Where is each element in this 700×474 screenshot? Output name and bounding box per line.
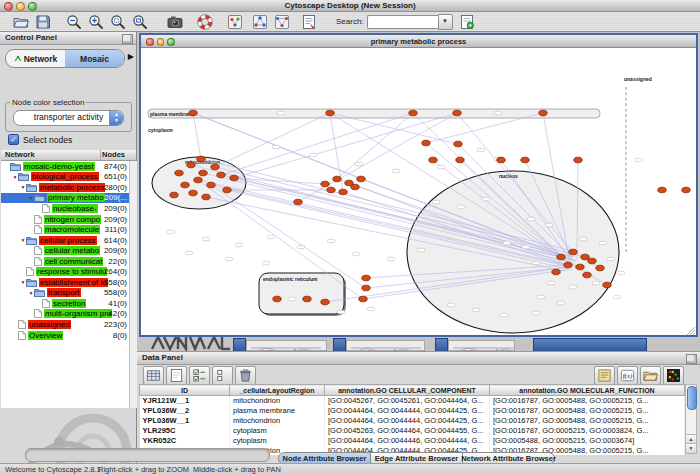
tab-network[interactable]: Network bbox=[6, 50, 65, 67]
graph-node[interactable] bbox=[574, 157, 582, 163]
background-window-thumbnail[interactable] bbox=[346, 340, 425, 351]
snapshot-icon[interactable] bbox=[166, 13, 184, 31]
dropdown-stepper-icon[interactable]: ▲▼ bbox=[109, 111, 123, 125]
select-nodes-checkbox[interactable]: ✓ bbox=[8, 134, 19, 145]
background-window-titlebar-fragment[interactable] bbox=[435, 338, 448, 352]
tree-row-nitrogen-compo[interactable]: nitrogen compo209(0) bbox=[1, 214, 129, 225]
tree-row-secretion[interactable]: secretion41(0) bbox=[1, 298, 129, 309]
graph-node[interactable] bbox=[175, 170, 183, 176]
graph-node[interactable] bbox=[454, 141, 462, 147]
graph-node[interactable] bbox=[357, 176, 365, 182]
graph-node[interactable] bbox=[170, 192, 178, 198]
graph-node[interactable] bbox=[453, 110, 461, 116]
tree-row-macromolecule[interactable]: macromolecule311(0) bbox=[1, 224, 129, 235]
view-minimize-button[interactable] bbox=[157, 38, 165, 46]
graph-node[interactable] bbox=[223, 187, 231, 193]
graph-node[interactable] bbox=[207, 182, 215, 188]
background-window-thumbnail[interactable] bbox=[246, 340, 327, 351]
tree-row-cellular-process[interactable]: ▼cellular process614(0) bbox=[1, 235, 129, 246]
graph-node[interactable] bbox=[321, 181, 329, 187]
network-canvas[interactable]: plasma membranemitochondrionnucleusendop… bbox=[141, 47, 696, 335]
tree-row-multi-organism-pro[interactable]: multi-organism pro42(0) bbox=[1, 309, 129, 320]
tree-row-establishment-of-lo[interactable]: ▼establishment of lo558(0) bbox=[1, 277, 129, 288]
background-window-titlebar-fragment[interactable] bbox=[533, 338, 647, 352]
graph-node[interactable] bbox=[326, 110, 334, 116]
save-icon[interactable] bbox=[34, 13, 52, 31]
tree-row-biological-process[interactable]: ▼biological_process651(0) bbox=[1, 172, 129, 183]
background-window-titlebar-fragment[interactable] bbox=[333, 338, 346, 352]
table-row[interactable]: YPL036W__2plasma membrane[GO:0044464, GO… bbox=[140, 406, 685, 416]
unchecked-list-icon[interactable] bbox=[212, 366, 233, 385]
checked-list-icon[interactable] bbox=[189, 366, 210, 385]
tree-scrollbar[interactable] bbox=[129, 161, 137, 408]
column-header[interactable]: ID bbox=[140, 385, 230, 396]
plugin-icon[interactable] bbox=[458, 13, 476, 31]
graph-node[interactable] bbox=[197, 156, 205, 162]
graph-node[interactable] bbox=[603, 282, 611, 288]
resize-grip-icon[interactable] bbox=[687, 327, 695, 335]
graph-node[interactable] bbox=[581, 254, 589, 260]
graph-node[interactable] bbox=[521, 157, 529, 163]
delete-attribute-icon[interactable] bbox=[235, 366, 256, 385]
tree-row-cellular-metabo[interactable]: cellular metabo209(0) bbox=[1, 245, 129, 256]
attribute-editor-icon[interactable] bbox=[594, 366, 615, 385]
graph-node[interactable] bbox=[303, 296, 311, 302]
column-header[interactable]: annotation.GO CELLULAR_COMPONENT bbox=[325, 385, 490, 396]
import-attributes-icon[interactable] bbox=[640, 366, 661, 385]
table-row[interactable]: YKR052Ccytoplasm[GO:0044464, GO:0044446,… bbox=[140, 436, 685, 446]
tree-row-response-to-stimulu[interactable]: response to stimulu264(0) bbox=[1, 266, 129, 277]
background-window-titlebar-fragment[interactable] bbox=[233, 338, 246, 352]
graph-node[interactable] bbox=[362, 275, 370, 281]
graph-node[interactable] bbox=[583, 272, 591, 278]
graph-node[interactable] bbox=[422, 140, 430, 146]
graph-node[interactable] bbox=[359, 296, 367, 302]
open-file-icon[interactable] bbox=[12, 13, 30, 31]
graph-node[interactable] bbox=[682, 187, 690, 193]
apply-layout-icon[interactable] bbox=[251, 13, 269, 31]
graph-node[interactable] bbox=[539, 110, 547, 116]
table-row[interactable]: YPL036W__1mitochondrion[GO:0044464, GO:0… bbox=[140, 416, 685, 426]
close-button[interactable] bbox=[4, 2, 13, 11]
graph-node[interactable] bbox=[327, 187, 335, 193]
tab-mosaic[interactable]: Mosaic bbox=[65, 50, 124, 67]
float-data-panel-icon[interactable] bbox=[686, 354, 697, 364]
zoom-fit-icon[interactable] bbox=[131, 13, 149, 31]
tree-row-nucleobase-[interactable]: nucleobase-209(0) bbox=[1, 203, 129, 214]
graph-node[interactable] bbox=[596, 265, 604, 271]
graph-node[interactable] bbox=[181, 182, 189, 188]
graph-node[interactable] bbox=[189, 110, 197, 116]
graph-node[interactable] bbox=[202, 194, 210, 200]
new-attribute-icon[interactable] bbox=[166, 366, 187, 385]
zoom-selected-icon[interactable] bbox=[109, 13, 127, 31]
graph-node[interactable] bbox=[189, 190, 197, 196]
graph-node[interactable] bbox=[339, 189, 347, 195]
graph-node[interactable] bbox=[194, 177, 202, 183]
float-panel-icon[interactable] bbox=[122, 34, 133, 44]
graph-node[interactable] bbox=[456, 157, 464, 163]
graph-node[interactable] bbox=[351, 184, 359, 190]
graph-node[interactable] bbox=[362, 285, 370, 291]
tree-row-primary-metabo[interactable]: ▼primary metabo209(... bbox=[1, 193, 129, 204]
tree-row-cell-communicat[interactable]: cell communicat22(0) bbox=[1, 256, 129, 267]
view-zoom-button[interactable] bbox=[167, 38, 175, 46]
tree-row-mosaic-demo-yeast[interactable]: mosaic-demo-yeast874(0) bbox=[1, 161, 129, 172]
graph-node[interactable] bbox=[333, 176, 341, 182]
view-close-button[interactable] bbox=[146, 38, 154, 46]
tree-row-transport[interactable]: ▼transport558(0) bbox=[1, 288, 129, 299]
graph-node[interactable] bbox=[273, 296, 281, 302]
graph-node[interactable] bbox=[321, 299, 329, 305]
tree-row-unassigned[interactable]: unassigned223(0) bbox=[1, 319, 129, 330]
select-attributes-icon[interactable] bbox=[143, 366, 164, 385]
table-scrollbar[interactable]: ▲ ▼ bbox=[685, 384, 697, 454]
graph-node[interactable] bbox=[564, 262, 572, 268]
graph-node[interactable] bbox=[230, 175, 238, 181]
scrollbar-thumb[interactable] bbox=[687, 386, 697, 410]
graph-node[interactable] bbox=[497, 157, 505, 163]
graph-node[interactable] bbox=[569, 249, 577, 255]
search-input[interactable] bbox=[367, 15, 438, 29]
graph-node[interactable] bbox=[576, 264, 584, 270]
scroll-down-icon[interactable]: ▼ bbox=[686, 443, 696, 453]
graph-node[interactable] bbox=[429, 157, 437, 163]
graph-node[interactable] bbox=[294, 199, 302, 205]
table-row[interactable]: YLR295Ccytoplasm[GO:0045263, GO:0044464,… bbox=[140, 426, 685, 436]
